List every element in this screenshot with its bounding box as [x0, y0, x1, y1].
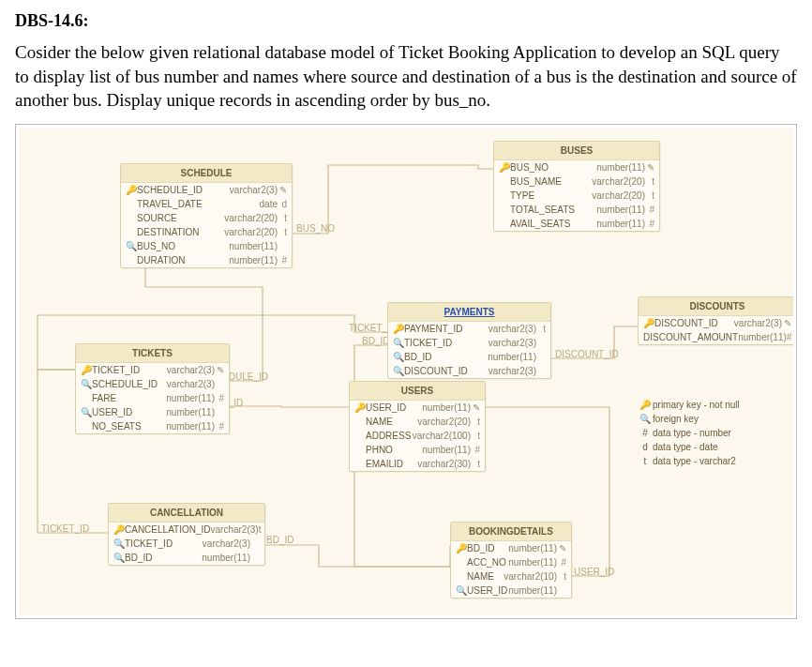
field-flag: t — [645, 189, 654, 202]
entity-fields: 🔑USER_IDnumber(11)✎NAMEvarchar2(20)tADDR… — [350, 401, 485, 471]
field-type: varchar2(3) — [489, 365, 536, 377]
field-flag: d — [278, 198, 287, 210]
field-type: number(11) — [422, 402, 471, 414]
field-row: DURATIONnumber(11)# — [121, 253, 292, 267]
foreign-key-icon: 🔍 — [393, 337, 404, 349]
field-type: number(11) — [508, 542, 557, 554]
field-flag: ✎ — [782, 317, 791, 329]
entity-fields: 🔑DISCOUNT_IDvarchar2(3)✎DISCOUNT_AMOUNTn… — [639, 316, 793, 344]
field-type: varchar2(10) — [504, 570, 557, 583]
entity-buses: BUSES 🔑BUS_NOnumber(11)✎BUS_NAMEvarchar2… — [493, 141, 660, 232]
primary-key-icon: 🔑 — [638, 400, 653, 410]
field-flag: ✎ — [557, 542, 566, 554]
field-row: 🔍USER_IDnumber(11) — [76, 405, 229, 419]
field-row: 🔑TICKET_IDvarchar2(3)✎ — [76, 363, 229, 377]
field-row: ACC_NOnumber(11)# — [451, 555, 571, 569]
field-flag: # — [215, 420, 224, 432]
field-row: 🔍BUS_NOnumber(11) — [121, 239, 292, 253]
primary-key-icon: 🔑 — [499, 161, 510, 174]
entity-tickets: TICKETS 🔑TICKET_IDvarchar2(3)✎🔍SCHEDULE_… — [75, 343, 230, 434]
entity-title: BOOKINGDETAILS — [451, 523, 571, 541]
field-name: SCHEDULE_ID — [92, 378, 167, 390]
field-type: date — [260, 198, 278, 210]
entity-bookingdetails: BOOKINGDETAILS 🔑BD_IDnumber(11)✎ACC_NOnu… — [450, 522, 572, 599]
field-type: number(11) — [738, 331, 787, 343]
field-name: ACC_NO — [467, 556, 508, 568]
entity-users: USERS 🔑USER_IDnumber(11)✎NAMEvarchar2(20… — [349, 381, 486, 472]
field-type: varchar2(30) — [417, 458, 471, 470]
field-type: varchar2(20) — [592, 175, 645, 188]
field-row: 🔑SCHEDULE_IDvarchar2(3)✎ — [121, 183, 292, 197]
field-flag: # — [557, 556, 566, 568]
legend-label: data type - varchar2 — [653, 456, 736, 466]
field-row: TYPEvarchar2(20)t — [494, 189, 659, 203]
field-type: number(11) — [596, 161, 645, 174]
field-name: NAME — [467, 570, 504, 583]
foreign-key-icon: 🔍 — [113, 552, 125, 564]
field-name: TICKET_ID — [125, 538, 203, 550]
field-type: varchar2(3) — [167, 378, 215, 390]
field-type: varchar2(3) — [489, 337, 536, 349]
field-name: ADDRESS — [366, 430, 413, 442]
field-row: 🔑BD_IDnumber(11)✎ — [451, 541, 571, 555]
field-type: varchar2(20) — [224, 226, 278, 238]
field-type: varchar2(3) — [211, 523, 259, 536]
field-type: varchar2(100) — [413, 430, 471, 442]
field-name: DURATION — [137, 254, 229, 266]
field-row: BUS_NAMEvarchar2(20)t — [494, 174, 659, 189]
edge-schedule-buses: BUS_NO — [296, 223, 335, 234]
field-row: PHNOnumber(11)# — [350, 443, 485, 457]
entity-fields: 🔑CANCELLATION_IDvarchar2(3)t🔍TICKET_IDva… — [109, 523, 264, 565]
entity-fields: 🔑BUS_NOnumber(11)✎BUS_NAMEvarchar2(20)tT… — [494, 160, 659, 231]
field-row: 🔍SCHEDULE_IDvarchar2(3) — [76, 377, 229, 391]
entity-title: USERS — [350, 382, 485, 401]
field-row: DISCOUNT_AMOUNTnumber(11)# — [639, 330, 793, 344]
field-row: AVAIL_SEATSnumber(11)# — [494, 217, 659, 231]
edge-booking-user: USER_ID — [574, 567, 614, 577]
entity-title: TICKETS — [76, 344, 229, 363]
field-type: number(11) — [596, 218, 645, 230]
field-row: 🔑DISCOUNT_IDvarchar2(3)✎ — [639, 316, 793, 330]
field-flag: ✎ — [471, 402, 480, 414]
field-type: varchar2(3) — [489, 323, 536, 335]
entity-fields: 🔑TICKET_IDvarchar2(3)✎🔍SCHEDULE_IDvarcha… — [76, 363, 229, 433]
field-type: number(11) — [229, 254, 278, 266]
field-type: number(11) — [508, 556, 557, 568]
entity-fields: 🔑SCHEDULE_IDvarchar2(3)✎TRAVEL_DATEdated… — [121, 183, 292, 267]
primary-key-icon: 🔑 — [456, 542, 467, 554]
field-type: number(11) — [596, 204, 645, 216]
field-row: 🔍TICKET_IDvarchar2(3) — [388, 336, 550, 350]
field-type: varchar2(20) — [224, 212, 278, 224]
field-flag: ✎ — [645, 161, 654, 174]
foreign-key-icon: 🔍 — [393, 365, 404, 377]
field-flag: # — [787, 331, 792, 343]
primary-key-icon: 🔑 — [113, 523, 125, 536]
field-name: DESTINATION — [137, 226, 224, 238]
foreign-key-icon: 🔍 — [126, 240, 137, 252]
field-type: varchar2(3) — [734, 317, 782, 329]
foreign-key-icon: 🔍 — [81, 406, 92, 418]
field-name: PHNO — [366, 444, 422, 456]
legend-label: foreign key — [653, 414, 699, 424]
field-type: number(11) — [488, 351, 536, 363]
field-name: SOURCE — [137, 212, 224, 224]
entity-title[interactable]: PAYMENTS — [388, 303, 550, 322]
entity-fields: 🔑BD_IDnumber(11)✎ACC_NOnumber(11)#NAMEva… — [451, 541, 571, 598]
legend-varchar: t data type - varchar2 — [638, 456, 740, 466]
edge-payments-bd: BD_ID — [362, 336, 389, 346]
varchar-type-icon: t — [638, 456, 653, 466]
primary-key-icon: 🔑 — [643, 317, 654, 329]
field-row: FAREnumber(11)# — [76, 391, 229, 405]
field-name: NAME — [366, 416, 417, 428]
field-name: USER_ID — [467, 584, 508, 597]
date-type-icon: d — [638, 442, 653, 452]
field-row: 🔍BD_IDnumber(11) — [109, 551, 264, 565]
field-flag: ✎ — [278, 184, 287, 196]
field-name: DISCOUNT_ID — [654, 317, 734, 329]
field-name: CANCELLATION_ID — [125, 523, 211, 536]
entity-title: DISCOUNTS — [639, 297, 793, 316]
field-name: BUS_NO — [137, 240, 229, 252]
field-name: BUS_NAME — [510, 175, 592, 188]
field-row: TOTAL_SEATSnumber(11)# — [494, 203, 659, 217]
field-name: TOTAL_SEATS — [510, 204, 596, 216]
